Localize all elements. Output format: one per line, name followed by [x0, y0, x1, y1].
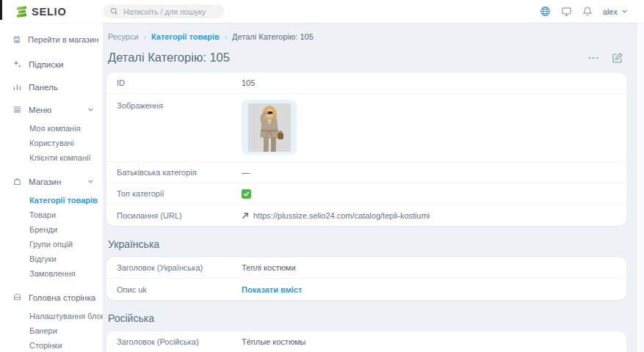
breadcrumb-separator: ›: [144, 33, 146, 41]
row-value: 105: [242, 78, 255, 87]
detail-row-id: ID 105: [106, 73, 626, 94]
check-icon: [243, 191, 250, 197]
sidebar-item-users[interactable]: Користувачі: [29, 136, 103, 150]
ukrainian-section-card: Заголовок (Українська) Теплі костюми Опи…: [106, 257, 626, 300]
detail-row-uk-title: Заголовок (Українська) Теплі костюми: [106, 257, 626, 279]
breadcrumb-categories-link[interactable]: Категорії товарів: [151, 32, 220, 41]
url-text: https://plussize.selio24.com/catalog/tep…: [253, 211, 430, 220]
section-title-ukrainian: Українська: [108, 238, 626, 250]
sidebar-item-subscriptions[interactable]: Підписки: [0, 53, 103, 76]
selio-logo-icon: [16, 7, 27, 17]
page-actions: ···: [588, 52, 626, 64]
sidebar-go-to-shop[interactable]: Перейти в магазин: [0, 30, 103, 53]
monitor-icon[interactable]: [561, 6, 572, 17]
row-label: Опис uk: [117, 285, 242, 294]
shopping-bag-icon: [12, 177, 22, 186]
detail-row-uk-description: Опис uk Показати вміст: [106, 279, 626, 300]
row-label: Заголовок (Українська): [117, 263, 242, 272]
user-menu[interactable]: alex: [603, 7, 628, 16]
chevron-down-icon: [87, 106, 94, 113]
breadcrumb-separator: ›: [225, 33, 227, 41]
sidebar-shop-children: Категорії товарів Товари Бренди Групи оп…: [0, 193, 103, 286]
chevron-down-icon: [87, 178, 94, 185]
sidebar-group-menu[interactable]: Меню: [0, 98, 103, 121]
search-box[interactable]: [103, 4, 224, 18]
logo[interactable]: SELIO: [0, 6, 103, 18]
row-value: —: [242, 168, 250, 177]
category-photo: [248, 103, 291, 152]
scrollbar[interactable]: [637, 23, 644, 352]
detail-row-parent-category: Батьківська категорія —: [106, 162, 626, 183]
sidebar: Перейти в магазин Підписки Панель: [0, 23, 103, 352]
section-title-russian: Російська: [108, 312, 626, 324]
sidebar-homepage-children: Налаштування блоку Банери Сторінки Новин…: [0, 309, 103, 352]
row-label: Посилання (URL): [117, 211, 242, 220]
sidebar-item-product-categories[interactable]: Категорії товарів: [29, 193, 103, 208]
chevron-down-icon: [621, 8, 628, 15]
top-category-checkbox-checked: [242, 189, 251, 199]
row-value: Тёплые костюмы: [242, 337, 305, 346]
detail-row-ru-title: Заголовок (Російська) Тёплые костюмы: [106, 331, 626, 352]
search-icon: [110, 7, 118, 15]
breadcrumb: Ресурси › Категорії товарів › Деталі Кат…: [106, 32, 626, 41]
sidebar-item-products[interactable]: Товари: [29, 208, 103, 222]
edit-button[interactable]: [612, 52, 623, 64]
sidebar-group-homepage[interactable]: Головна сторінка: [0, 286, 103, 309]
russian-section-card: Заголовок (Російська) Тёплые костюмы Опи…: [106, 331, 626, 352]
notifications-bell-icon[interactable]: [582, 6, 593, 17]
edit-pencil-icon: [612, 52, 623, 64]
row-label: Топ категорії: [117, 189, 242, 198]
sidebar-group-shop[interactable]: Магазин: [0, 170, 103, 193]
page-title: Деталі Категорію: 105: [108, 51, 230, 65]
search-input[interactable]: [123, 7, 217, 16]
breadcrumb-current: Деталі Категорію: 105: [232, 32, 314, 41]
sidebar-item-my-company[interactable]: Моя компанія: [29, 121, 103, 136]
category-url-link[interactable]: https://plussize.selio24.com/catalog/tep…: [242, 211, 430, 220]
detail-row-url: Посилання (URL) https://plussize.selio24…: [106, 205, 626, 226]
sidebar-item-block-settings[interactable]: Налаштування блоку: [29, 309, 103, 323]
category-image-thumbnail[interactable]: [242, 100, 297, 155]
main-content: Ресурси › Категорії товарів › Деталі Кат…: [103, 23, 637, 352]
detail-row-image: Зображення: [106, 94, 626, 162]
more-actions-button[interactable]: ···: [588, 53, 600, 62]
sidebar-item-option-groups[interactable]: Групи опцій: [29, 237, 103, 252]
external-link-icon: [242, 212, 249, 219]
sidebar-item-reviews[interactable]: Відгуки: [29, 252, 103, 266]
storefront-icon: [12, 35, 21, 44]
sidebar-item-panel[interactable]: Панель: [0, 76, 103, 98]
show-content-link-uk[interactable]: Показати вміст: [242, 285, 302, 294]
row-value: Теплі костюми: [242, 263, 296, 272]
page-header: Деталі Категорію: 105 ···: [108, 51, 626, 65]
sparkles-icon: [12, 59, 22, 69]
top-bar: SELIO alex: [0, 0, 644, 23]
sidebar-item-company-clients[interactable]: Клієнти компанії: [29, 150, 103, 165]
menu-lines-icon: [12, 105, 22, 114]
sidebar-item-banners[interactable]: Банери: [29, 323, 103, 338]
category-details-card: ID 105 Зображення: [106, 73, 626, 226]
window-edge-artifact: [0, 0, 2, 20]
bar-chart-icon: [12, 82, 22, 92]
sidebar-menu-children: Моя компанія Користувачі Клієнти компані…: [0, 121, 103, 170]
logo-text: SELIO: [32, 6, 67, 18]
sidebar-item-pages[interactable]: Сторінки: [29, 338, 103, 352]
top-right-controls: alex: [540, 6, 644, 17]
sidebar-item-orders[interactable]: Замовлення: [29, 266, 103, 281]
row-label: Батьківська категорія: [117, 168, 242, 177]
row-label: Зображення: [117, 100, 242, 110]
window-icon: [12, 293, 22, 302]
row-label: ID: [117, 78, 242, 87]
sidebar-item-brands[interactable]: Бренди: [29, 222, 103, 237]
breadcrumb-resources[interactable]: Ресурси: [108, 32, 139, 41]
detail-row-top-category: Топ категорії: [106, 183, 626, 205]
user-name: alex: [603, 7, 618, 16]
row-label: Заголовок (Російська): [117, 337, 242, 346]
language-globe-icon[interactable]: [540, 6, 551, 17]
